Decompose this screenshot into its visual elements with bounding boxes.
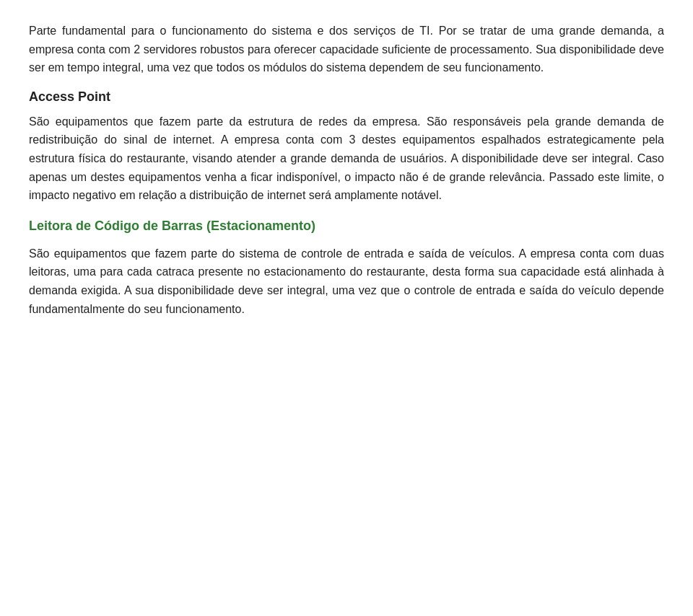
intro-paragraph: Parte fundamental para o funcionamento d… bbox=[29, 22, 664, 77]
leitora-section: Leitora de Código de Barras (Estacioname… bbox=[29, 216, 664, 318]
access-point-heading: Access Point bbox=[29, 87, 664, 107]
page-content: Parte fundamental para o funcionamento d… bbox=[29, 22, 664, 318]
access-point-section: Access Point São equipamentos que fazem … bbox=[29, 87, 664, 205]
leitora-paragraph: São equipamentos que fazem parte do sist… bbox=[29, 245, 664, 318]
access-point-paragraph: São equipamentos que fazem parte da estr… bbox=[29, 113, 664, 205]
leitora-heading: Leitora de Código de Barras (Estacioname… bbox=[29, 216, 664, 236]
